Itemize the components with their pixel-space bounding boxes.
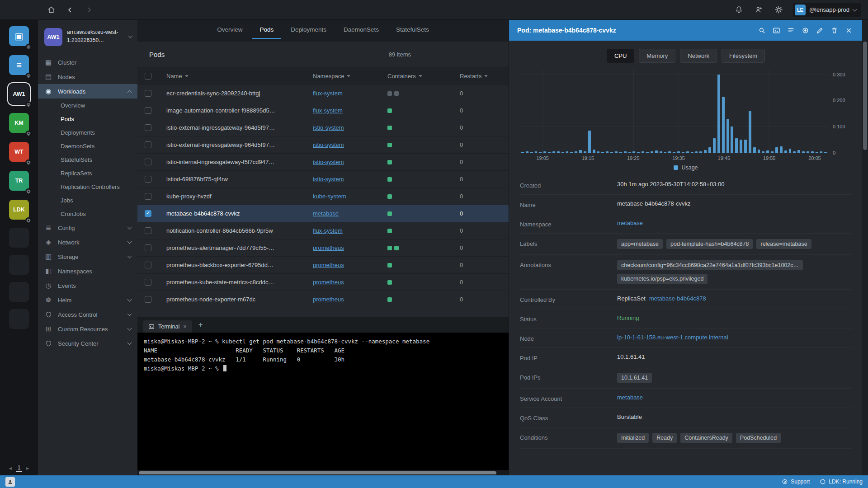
namespace-link[interactable]: prometheus xyxy=(313,244,344,251)
sidebar-item-events[interactable]: ◷Events xyxy=(38,278,137,293)
table-row[interactable]: image-automation-controller-f988895d5…fl… xyxy=(137,102,509,119)
gear-icon[interactable] xyxy=(25,73,32,79)
table-row[interactable]: metabase-b4b64c878-cvvkzmetabase0 xyxy=(137,205,509,222)
tab-statefulsets[interactable]: StatefulSets xyxy=(389,20,436,39)
gear-icon[interactable] xyxy=(25,188,32,195)
row-checkbox[interactable] xyxy=(145,90,151,97)
hotbar-next-page-icon[interactable]: ▸ xyxy=(26,465,29,471)
column-header-name[interactable]: Name xyxy=(166,73,313,80)
edit-pencil-icon[interactable] xyxy=(814,24,826,36)
sidebar-item-cronjobs[interactable]: CronJobs xyxy=(38,207,137,221)
row-checkbox[interactable] xyxy=(145,124,151,131)
sidebar-item-access-control[interactable]: Access Control xyxy=(38,307,137,322)
detail-link[interactable]: metabase-b4b64c878 xyxy=(649,295,706,302)
sidebar-item-statefulsets[interactable]: StatefulSets xyxy=(38,153,137,166)
metric-tab-memory[interactable]: Memory xyxy=(639,49,675,63)
sidebar-item-overview[interactable]: Overview xyxy=(38,99,137,112)
table-row[interactable]: prometheus-kube-state-metrics-c8cddc…pro… xyxy=(137,274,509,291)
row-checkbox[interactable] xyxy=(145,193,151,200)
gear-icon[interactable] xyxy=(25,131,32,137)
row-checkbox[interactable] xyxy=(145,296,151,303)
table-row[interactable]: istio-internal-ingressgateway-f5f7cd947…… xyxy=(137,154,509,171)
search-icon[interactable] xyxy=(756,24,768,36)
tab-daemonsets[interactable]: DaemonSets xyxy=(336,20,386,39)
metric-tab-cpu[interactable]: CPU xyxy=(607,49,634,63)
row-checkbox[interactable] xyxy=(145,159,151,165)
sidebar-item-nodes[interactable]: ▤Nodes xyxy=(38,70,137,84)
hotbar-item-catalog[interactable]: ▣ xyxy=(8,25,30,47)
cluster-selector[interactable]: AW1 arn:aws:eks:eu-west-1:210226350… xyxy=(38,24,137,52)
gear-icon[interactable] xyxy=(25,160,32,166)
sidebar-item-storage[interactable]: ▥Storage xyxy=(38,249,137,264)
hotbar-item-cluster-wt[interactable]: WT xyxy=(8,141,30,163)
hotbar-prev-page-icon[interactable]: ◂ xyxy=(9,465,12,471)
namespace-link[interactable]: istio-system xyxy=(313,124,344,131)
tab-pods[interactable]: Pods xyxy=(252,20,281,39)
namespace-link[interactable]: istio-system xyxy=(313,141,344,148)
tab-overview[interactable]: Overview xyxy=(210,20,250,39)
column-header-containers[interactable]: Containers xyxy=(387,73,460,80)
sidebar-item-deployments[interactable]: Deployments xyxy=(38,126,137,139)
account-menu[interactable]: LE @lensapp-prod xyxy=(793,3,861,17)
sidebar-item-pods[interactable]: Pods xyxy=(38,112,137,126)
sidebar-item-security-center[interactable]: Security Center xyxy=(38,336,137,351)
attach-pod-icon[interactable] xyxy=(799,24,811,36)
sidebar-item-replicasets[interactable]: ReplicaSets xyxy=(38,166,137,180)
table-row[interactable]: ecr-credentials-sync-28092240-bttgjflux-… xyxy=(137,85,509,102)
sidebar-item-network[interactable]: ◈Network xyxy=(38,235,137,249)
detail-link[interactable]: ip-10-1-61-158.eu-west-1.compute.interna… xyxy=(617,334,728,341)
hotbar-item-cluster-tr[interactable]: TR xyxy=(8,170,30,192)
pod-logs-icon[interactable] xyxy=(785,24,797,36)
sidebar-item-jobs[interactable]: Jobs xyxy=(38,193,137,207)
sidebar-item-helm[interactable]: ☸Helm xyxy=(38,293,137,307)
row-checkbox[interactable] xyxy=(145,107,151,114)
table-row[interactable]: kube-proxy-hvzdfkube-system0 xyxy=(137,188,509,205)
select-all-checkbox[interactable] xyxy=(145,73,151,80)
gear-icon[interactable] xyxy=(25,217,32,224)
hotbar-item-cluster-aw1[interactable]: AW1 xyxy=(8,83,30,105)
row-checkbox[interactable] xyxy=(145,262,151,268)
support-button[interactable]: Support xyxy=(782,479,810,485)
gear-icon[interactable] xyxy=(25,102,32,108)
sidebar-item-custom-resources[interactable]: ⊞Custom Resources xyxy=(38,322,137,336)
table-row[interactable]: notification-controller-86d4cb566b-9pr5w… xyxy=(137,222,509,239)
close-icon[interactable] xyxy=(843,24,854,36)
sidebar-item-daemonsets[interactable]: DaemonSets xyxy=(38,139,137,153)
cluster-status[interactable]: LDK: Running xyxy=(820,479,863,485)
table-row[interactable]: istiod-69f876bf75-qf4rwistio-system0 xyxy=(137,171,509,188)
table-row[interactable]: prometheus-blackbox-exporter-6795dd…prom… xyxy=(137,257,509,274)
terminal-output[interactable]: miska@Miskas-MBP-2 ~ % kubectl get pod m… xyxy=(137,333,509,470)
table-row[interactable]: istio-external-ingressgateway-964d5f97…i… xyxy=(137,119,509,136)
sidebar-item-workloads[interactable]: ◉Workloads xyxy=(38,84,137,99)
namespace-link[interactable]: kube-system xyxy=(313,193,346,200)
row-checkbox[interactable] xyxy=(145,210,151,217)
namespace-link[interactable]: istio-system xyxy=(313,159,344,165)
sidebar-item-cluster[interactable]: ▦Cluster xyxy=(38,55,137,70)
user-icon[interactable] xyxy=(5,477,15,487)
horizontal-scrollbar-thumb[interactable] xyxy=(139,471,496,474)
gear-icon[interactable] xyxy=(25,44,32,50)
back-button[interactable] xyxy=(64,4,76,16)
row-checkbox[interactable] xyxy=(145,141,151,148)
namespace-link[interactable]: prometheus xyxy=(313,279,344,286)
vertical-scrollbar-thumb[interactable] xyxy=(863,42,867,150)
pod-shell-icon[interactable] xyxy=(770,24,782,36)
notifications-bell-icon[interactable] xyxy=(733,4,745,16)
row-checkbox[interactable] xyxy=(145,279,151,286)
detail-link[interactable]: metabase xyxy=(617,220,643,226)
row-checkbox[interactable] xyxy=(145,176,151,183)
sidebar-item-replication-controllers[interactable]: Replication Controllers xyxy=(38,180,137,193)
metric-tab-filesystem[interactable]: Filesystem xyxy=(722,49,765,63)
terminal-tab[interactable]: Terminal × xyxy=(143,320,192,333)
namespace-link[interactable]: prometheus xyxy=(313,262,344,268)
hotbar-item-catalog-list[interactable]: ≡ xyxy=(8,54,30,76)
metric-tab-network[interactable]: Network xyxy=(680,49,717,63)
column-header-namespace[interactable]: Namespace xyxy=(313,73,387,80)
namespace-link[interactable]: metabase xyxy=(313,210,339,217)
delete-trash-icon[interactable] xyxy=(828,24,840,36)
chart-legend[interactable]: Usage xyxy=(520,164,852,171)
column-header-restarts[interactable]: Restarts xyxy=(460,73,505,80)
home-button[interactable] xyxy=(45,4,57,16)
sidebar-item-config[interactable]: ≣Config xyxy=(38,221,137,235)
sidebar-item-namespaces[interactable]: ◧Namespaces xyxy=(38,264,137,278)
